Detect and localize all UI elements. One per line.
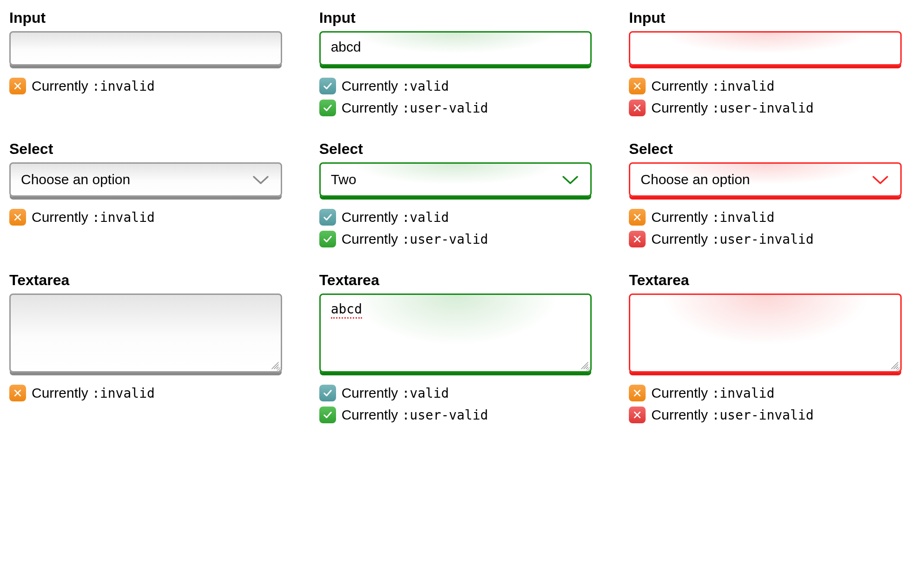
textarea-field[interactable]: abcd xyxy=(319,294,592,373)
select-field[interactable]: Two xyxy=(319,162,592,197)
select-label: Select xyxy=(629,140,902,158)
textarea-field[interactable] xyxy=(629,294,902,373)
select-label: Select xyxy=(9,140,282,158)
select-cell: SelectTwoCurrently :validCurrently :user… xyxy=(319,140,592,248)
status-code: :invalid xyxy=(712,79,774,94)
status-list: Currently :invalidCurrently :user-invali… xyxy=(629,384,902,424)
cross-icon xyxy=(9,78,26,94)
cross-icon xyxy=(629,385,646,401)
textarea-value: abcd xyxy=(331,301,362,319)
input-label: Input xyxy=(319,9,592,27)
select-field[interactable]: Choose an option xyxy=(9,162,282,197)
status-code: :valid xyxy=(402,79,449,94)
check-icon xyxy=(319,407,336,423)
select-value: Choose an option xyxy=(21,172,130,187)
status-text: Currently :valid xyxy=(342,77,449,96)
status-line: Currently :user-invalid xyxy=(629,230,902,249)
status-list: Currently :invalid xyxy=(9,77,282,96)
status-code: :user-invalid xyxy=(712,232,813,247)
status-line: Currently :user-invalid xyxy=(629,99,902,118)
status-list: Currently :invalid xyxy=(9,384,282,403)
status-line: Currently :user-valid xyxy=(319,406,592,425)
status-list: Currently :validCurrently :user-valid xyxy=(319,208,592,248)
status-code: :invalid xyxy=(712,210,774,225)
status-prefix: Currently xyxy=(342,231,402,247)
check-icon xyxy=(319,231,336,247)
status-prefix: Currently xyxy=(651,231,712,247)
input-field[interactable] xyxy=(9,31,282,66)
input-field[interactable] xyxy=(629,31,902,66)
status-prefix: Currently xyxy=(342,407,402,422)
status-prefix: Currently xyxy=(32,78,92,93)
status-text: Currently :valid xyxy=(342,384,449,403)
cross-icon xyxy=(629,209,646,226)
chevron-down-icon xyxy=(251,173,271,186)
status-line: Currently :invalid xyxy=(629,208,902,227)
status-text: Currently :invalid xyxy=(651,208,774,227)
status-text: Currently :user-valid xyxy=(342,230,488,249)
cross-icon xyxy=(629,78,646,94)
status-prefix: Currently xyxy=(651,385,712,400)
status-line: Currently :valid xyxy=(319,208,592,227)
textarea-cell: TextareaCurrently :invalid xyxy=(9,272,282,424)
status-text: Currently :user-valid xyxy=(342,99,488,118)
status-line: Currently :user-valid xyxy=(319,99,592,118)
resize-handle-icon xyxy=(580,361,588,369)
status-text: Currently :user-invalid xyxy=(651,230,813,249)
input-label: Input xyxy=(629,9,902,27)
status-code: :invalid xyxy=(92,79,155,94)
chevron-down-icon xyxy=(871,173,890,186)
textarea-field[interactable] xyxy=(9,294,282,373)
status-line: Currently :invalid xyxy=(629,77,902,96)
resize-handle-icon xyxy=(271,361,279,369)
status-prefix: Currently xyxy=(342,209,402,225)
check-icon xyxy=(319,100,336,116)
status-line: Currently :invalid xyxy=(629,384,902,403)
status-text: Currently :invalid xyxy=(32,384,155,403)
status-code: :user-valid xyxy=(402,407,488,423)
select-label: Select xyxy=(319,140,592,158)
status-list: Currently :invalidCurrently :user-invali… xyxy=(629,208,902,248)
status-text: Currently :user-valid xyxy=(342,406,488,425)
status-code: :invalid xyxy=(92,210,155,225)
status-list: Currently :invalid xyxy=(9,208,282,227)
textarea-label: Textarea xyxy=(629,272,902,289)
input-field[interactable]: abcd xyxy=(319,31,592,66)
status-text: Currently :user-invalid xyxy=(651,99,813,118)
select-cell: SelectChoose an optionCurrently :invalid… xyxy=(629,140,902,248)
select-field[interactable]: Choose an option xyxy=(629,162,902,197)
check-icon xyxy=(319,78,336,94)
textarea-cell: TextareaCurrently :invalidCurrently :use… xyxy=(629,272,902,424)
status-code: :user-valid xyxy=(402,232,488,247)
status-code: :user-valid xyxy=(402,100,488,116)
status-text: Currently :user-invalid xyxy=(651,406,813,425)
cross-icon xyxy=(9,209,26,226)
status-prefix: Currently xyxy=(651,407,712,422)
status-line: Currently :invalid xyxy=(9,208,282,227)
status-prefix: Currently xyxy=(342,385,402,400)
status-line: Currently :valid xyxy=(319,384,592,403)
status-prefix: Currently xyxy=(651,100,712,115)
status-line: Currently :user-invalid xyxy=(629,406,902,425)
status-line: Currently :invalid xyxy=(9,384,282,403)
status-text: Currently :valid xyxy=(342,208,449,227)
status-line: Currently :valid xyxy=(319,77,592,96)
status-prefix: Currently xyxy=(32,385,92,400)
textarea-cell: TextareaabcdCurrently :validCurrently :u… xyxy=(319,272,592,424)
status-code: :valid xyxy=(402,210,449,225)
resize-handle-icon xyxy=(890,361,898,369)
form-controls-grid: InputCurrently :invalidInputabcdCurrentl… xyxy=(9,9,902,424)
select-cell: SelectChoose an optionCurrently :invalid xyxy=(9,140,282,248)
status-code: :user-invalid xyxy=(712,100,813,116)
status-code: :invalid xyxy=(92,386,155,401)
cross-icon xyxy=(9,385,26,401)
status-code: :invalid xyxy=(712,386,774,401)
check-icon xyxy=(319,209,336,226)
status-line: Currently :user-valid xyxy=(319,230,592,249)
status-code: :valid xyxy=(402,386,449,401)
select-value: Choose an option xyxy=(640,172,750,187)
input-cell: InputabcdCurrently :validCurrently :user… xyxy=(319,9,592,117)
input-cell: InputCurrently :invalidCurrently :user-i… xyxy=(629,9,902,117)
cross-icon xyxy=(629,231,646,247)
cross-icon xyxy=(629,407,646,423)
